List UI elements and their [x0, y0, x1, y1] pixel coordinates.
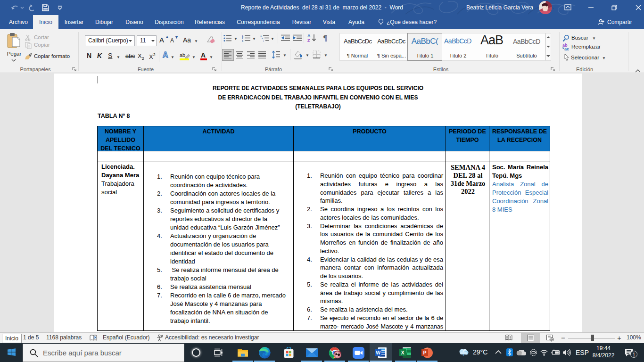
svg-text:ab: ab [180, 52, 185, 58]
svg-text:P: P [423, 350, 427, 355]
svg-text:A: A [307, 33, 311, 38]
svg-text:Z: Z [307, 38, 310, 42]
svg-text:i: i [263, 40, 264, 42]
svg-text:ac: ac [564, 47, 569, 51]
svg-text:W: W [376, 350, 380, 355]
svg-text:X: X [401, 350, 405, 355]
svg-text:3: 3 [242, 40, 243, 42]
